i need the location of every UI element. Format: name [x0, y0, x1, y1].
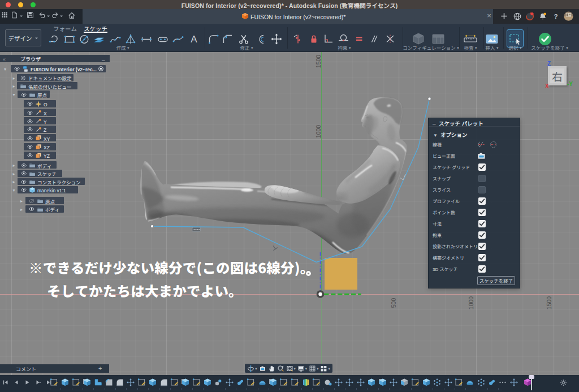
viewcube-face[interactable]: 右 [548, 66, 567, 85]
checkbox-checked[interactable] [478, 163, 486, 171]
sketch-endpoint-left[interactable] [150, 225, 153, 227]
visibility-eye-icon[interactable] [20, 170, 27, 176]
timeline-item-box[interactable] [148, 378, 157, 387]
browser-row-label[interactable]: manekin v1:1 [37, 187, 66, 193]
browser-expand-arrow[interactable]: ▸ [13, 83, 15, 89]
trim-tool[interactable] [221, 32, 235, 46]
nav-caret[interactable]: ▾ [328, 365, 330, 371]
text-tool[interactable] [187, 32, 201, 46]
timeline-item-boxg[interactable] [269, 378, 278, 387]
group-label-configuration[interactable]: コンフィギュレーション ▾ [403, 44, 459, 51]
timeline-item-dome[interactable] [258, 378, 267, 387]
section-collapse-caret[interactable]: ▼ [433, 132, 438, 138]
line-tool[interactable] [47, 32, 61, 46]
browser-header[interactable]: «ブラウザ– [0, 55, 110, 62]
timeline-item-sketch[interactable] [455, 378, 464, 387]
browser-expand-arrow[interactable]: ▸ [13, 75, 15, 81]
browser-expand-arrow[interactable]: ▾ [13, 187, 15, 193]
lock-tool[interactable] [307, 32, 321, 46]
timeline-item-move[interactable] [509, 378, 518, 387]
playback-next-button[interactable] [34, 379, 41, 386]
equal-tool[interactable] [352, 32, 366, 46]
browser-row--[interactable]: ▸ボディ [0, 205, 113, 213]
visibility-eye-icon[interactable] [20, 187, 27, 193]
visibility-eye-icon[interactable] [27, 118, 33, 124]
browser-row-label[interactable]: ドキュメントの設定 [28, 75, 72, 81]
symmetry-tool[interactable] [383, 32, 397, 46]
browser-expand-arrow[interactable]: ▸ [13, 178, 15, 184]
timeline-item-move[interactable] [356, 378, 365, 387]
visibility-eye-icon[interactable] [27, 135, 33, 141]
browser-row--[interactable]: ▸原点 [0, 197, 113, 204]
palette-options-section[interactable]: ▼オプション [429, 127, 520, 139]
timeline-item-pts[interactable] [214, 378, 223, 387]
checkbox-checked[interactable] [478, 209, 486, 216]
nav-viewports-button[interactable]: ▾ [320, 365, 330, 372]
timeline-item-move[interactable] [334, 378, 343, 387]
browser-row-label[interactable]: YZ [44, 152, 50, 159]
playback-play-button[interactable] [24, 379, 31, 386]
profile-highlight-square[interactable] [325, 258, 357, 290]
timeline-item-box[interactable] [367, 378, 376, 387]
redo-caret[interactable] [59, 14, 63, 18]
add-comment-icon[interactable]: + [98, 365, 102, 372]
checkbox-checked[interactable] [478, 254, 486, 261]
nav-caret[interactable]: ▾ [317, 365, 318, 371]
group-label-select[interactable]: 選択 ▾ [509, 44, 522, 51]
browser-row-z[interactable]: Z [0, 126, 113, 133]
browser-expand-arrow[interactable]: ▸ [13, 170, 15, 176]
checkbox-checked[interactable] [478, 220, 486, 227]
playback-first-button[interactable] [2, 379, 9, 386]
timeline-item-sketch[interactable] [291, 378, 300, 387]
activate-component-radio[interactable] [98, 66, 104, 72]
viewcube[interactable]: 右 Z X -Y [542, 55, 578, 91]
redo-icon[interactable] [51, 11, 59, 19]
browser-expand-arrow[interactable]: ▸ [20, 206, 23, 212]
checkbox-checked[interactable] [478, 243, 486, 250]
app-launcher-icon[interactable] [2, 12, 8, 18]
visibility-eye-icon[interactable] [20, 92, 27, 98]
look-at-view-icon[interactable] [477, 151, 486, 161]
checkbox-unchecked[interactable] [478, 175, 486, 182]
user-avatar[interactable] [564, 11, 573, 21]
timeline-item-sketch[interactable] [72, 378, 81, 387]
timeline-item-stripes[interactable] [301, 378, 310, 387]
timeline-item-boot[interactable] [93, 378, 102, 387]
browser-minimize-icon[interactable]: – [102, 55, 105, 64]
timeline-item-boxg[interactable] [83, 378, 92, 387]
browser-collapse-icon[interactable]: « [3, 55, 6, 63]
browser-row--[interactable]: ▸スケッチ [0, 170, 113, 177]
browser-row-xz[interactable]: XZ [0, 143, 113, 150]
timeline-item-move[interactable] [126, 378, 135, 387]
timeline-item-pattern[interactable] [433, 378, 442, 387]
browser-expand-arrow[interactable]: ▸ [13, 162, 15, 168]
browser-row-label[interactable]: XZ [44, 144, 50, 150]
nav-gridset-button[interactable]: ▾ [309, 365, 318, 372]
help-icon[interactable] [551, 12, 560, 21]
timeline-playhead-handle[interactable] [529, 375, 534, 379]
browser-row-o[interactable]: O [0, 100, 113, 107]
browser-row-manekin-v1-1[interactable]: ▾manekin v1:1 [0, 186, 113, 193]
notifications-icon[interactable] [538, 12, 547, 21]
visibility-eye-icon[interactable] [27, 126, 33, 132]
timeline-item-boxface[interactable] [400, 378, 409, 387]
timeline-item-box[interactable] [61, 378, 70, 387]
timeline-item-move[interactable] [444, 378, 453, 387]
move-tool[interactable] [270, 32, 283, 46]
sketch-endpoint-top[interactable] [428, 97, 431, 100]
group-label-finish-sketch[interactable]: スケッチを終了 ▾ [531, 44, 568, 51]
browser-expand-arrow[interactable]: ▾ [13, 91, 15, 97]
browser-row-label[interactable]: FUISON for Interior (v2~rec... [31, 66, 97, 72]
browser-row--[interactable]: ▸ボディ [0, 161, 113, 169]
circle-tool[interactable] [77, 32, 91, 46]
perpendicular-constraint-badge[interactable] [271, 244, 277, 251]
timeline-item-move[interactable] [225, 378, 234, 387]
browser-row-label[interactable]: コンストラクション [37, 179, 81, 186]
visibility-eye-icon[interactable] [27, 101, 33, 107]
home-icon[interactable] [68, 11, 76, 19]
timeline-item-filletg[interactable] [115, 378, 124, 387]
nav-fit-button[interactable]: ▾ [286, 365, 296, 372]
perp-tool[interactable] [321, 32, 335, 46]
browser-row-x[interactable]: X [0, 109, 113, 116]
conic-tool[interactable] [171, 32, 185, 46]
